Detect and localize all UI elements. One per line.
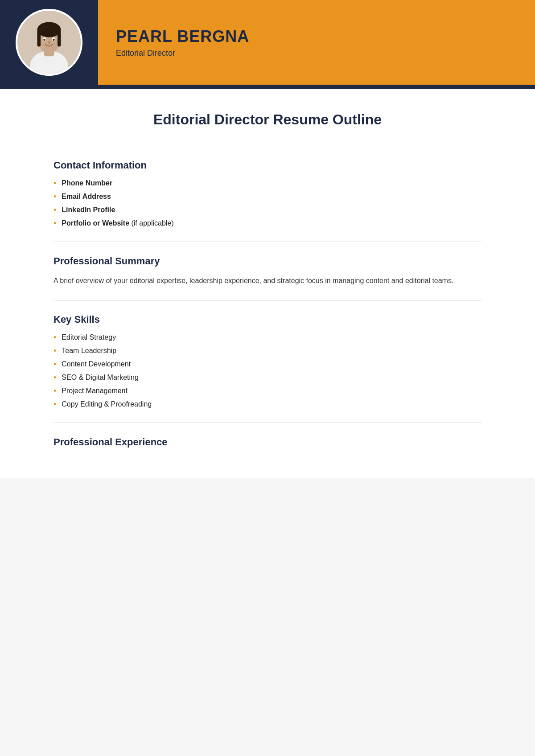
list-item: Project Management <box>54 387 482 396</box>
list-item: LinkedIn Profile <box>54 206 482 215</box>
skill-team-leadership: Team Leadership <box>62 347 116 355</box>
contact-item-linkedin: LinkedIn Profile <box>62 206 115 214</box>
page-title: Editorial Director Resume Outline <box>54 111 482 128</box>
skill-project-management: Project Management <box>62 387 128 395</box>
section-experience: Professional Experience <box>54 436 482 448</box>
header-job-title: Editorial Director <box>116 49 249 58</box>
section-skills-title: Key Skills <box>54 314 482 325</box>
list-item: Editorial Strategy <box>54 333 482 342</box>
svg-point-10 <box>53 39 55 41</box>
svg-point-9 <box>43 39 45 41</box>
contact-item-phone: Phone Number <box>62 179 112 187</box>
section-experience-title: Professional Experience <box>54 436 482 448</box>
list-item: Content Development <box>54 360 482 369</box>
avatar <box>16 9 82 76</box>
section-contact-title: Contact Information <box>54 160 482 171</box>
divider-4 <box>54 423 482 423</box>
header-name-section: PEARL BERGNA Editorial Director <box>98 0 267 85</box>
main-content: Editorial Director Resume Outline Contac… <box>0 89 535 478</box>
divider-1 <box>54 146 482 146</box>
section-summary: Professional Summary A brief overview of… <box>54 255 482 287</box>
list-item: SEO & Digital Marketing <box>54 374 482 382</box>
contact-item-email: Email Address <box>62 193 111 201</box>
summary-paragraph: A brief overview of your editorial exper… <box>54 275 482 287</box>
header-bottom-bar <box>0 85 535 89</box>
contact-item-portfolio-note: (if applicable) <box>129 219 174 227</box>
skill-editorial-strategy: Editorial Strategy <box>62 333 116 341</box>
divider-2 <box>54 242 482 242</box>
list-item: Team Leadership <box>54 347 482 356</box>
skill-content-development: Content Development <box>62 360 131 368</box>
svg-rect-6 <box>58 30 61 47</box>
section-summary-title: Professional Summary <box>54 255 482 267</box>
svg-point-4 <box>37 22 61 37</box>
skill-copy-editing: Copy Editing & Proofreading <box>62 400 152 408</box>
header: PEARL BERGNA Editorial Director <box>0 0 535 89</box>
section-skills: Key Skills Editorial Strategy Team Leade… <box>54 314 482 409</box>
section-contact: Contact Information Phone Number Email A… <box>54 160 482 228</box>
skills-list: Editorial Strategy Team Leadership Conte… <box>54 333 482 409</box>
header-top: PEARL BERGNA Editorial Director <box>0 0 535 85</box>
skill-seo-digital-marketing: SEO & Digital Marketing <box>62 374 139 382</box>
divider-3 <box>54 300 482 300</box>
avatar-section <box>0 0 98 85</box>
contact-item-portfolio: Portfolio or Website <box>62 219 129 227</box>
svg-rect-5 <box>37 30 41 47</box>
header-name: PEARL BERGNA <box>116 27 249 46</box>
list-item: Portfolio or Website (if applicable) <box>54 219 482 228</box>
svg-point-11 <box>48 41 50 44</box>
list-item: Phone Number <box>54 179 482 188</box>
list-item: Copy Editing & Proofreading <box>54 400 482 409</box>
contact-list: Phone Number Email Address LinkedIn Prof… <box>54 179 482 228</box>
list-item: Email Address <box>54 193 482 201</box>
page-wrapper: PEARL BERGNA Editorial Director Editoria… <box>0 0 535 478</box>
